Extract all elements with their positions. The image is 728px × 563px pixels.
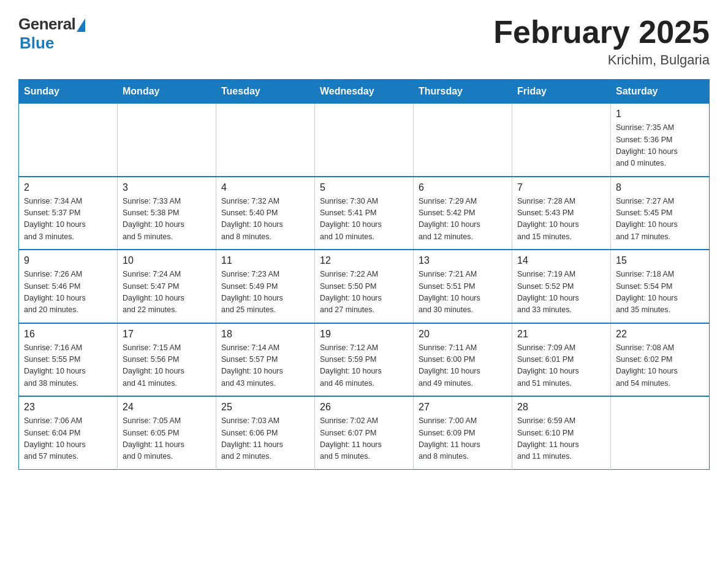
weekday-header-friday: Friday (512, 80, 611, 104)
weekday-header-sunday: Sunday (19, 80, 118, 104)
day-number: 14 (517, 255, 605, 266)
calendar-cell: 18Sunrise: 7:14 AMSunset: 5:57 PMDayligh… (216, 323, 315, 397)
day-number: 22 (616, 329, 704, 340)
calendar-cell: 11Sunrise: 7:23 AMSunset: 5:49 PMDayligh… (216, 250, 315, 323)
day-number: 8 (616, 182, 704, 193)
calendar-week-3: 9Sunrise: 7:26 AMSunset: 5:46 PMDaylight… (19, 250, 710, 323)
calendar-cell: 8Sunrise: 7:27 AMSunset: 5:45 PMDaylight… (611, 177, 710, 250)
day-number: 12 (320, 255, 408, 266)
calendar-cell: 14Sunrise: 7:19 AMSunset: 5:52 PMDayligh… (512, 250, 611, 323)
day-number: 20 (419, 329, 507, 340)
day-info: Sunrise: 7:03 AMSunset: 6:06 PMDaylight:… (221, 415, 309, 463)
day-info: Sunrise: 7:24 AMSunset: 5:47 PMDaylight:… (123, 269, 211, 316)
calendar-cell: 28Sunrise: 6:59 AMSunset: 6:10 PMDayligh… (512, 396, 611, 469)
calendar-cell: 9Sunrise: 7:26 AMSunset: 5:46 PMDaylight… (19, 250, 118, 323)
day-info: Sunrise: 7:26 AMSunset: 5:46 PMDaylight:… (24, 269, 112, 316)
calendar-header-row: SundayMondayTuesdayWednesdayThursdayFrid… (19, 80, 710, 104)
calendar-cell: 24Sunrise: 7:05 AMSunset: 6:05 PMDayligh… (118, 396, 216, 469)
day-number: 27 (419, 402, 507, 413)
day-info: Sunrise: 7:16 AMSunset: 5:55 PMDaylight:… (24, 342, 112, 390)
day-info: Sunrise: 7:30 AMSunset: 5:41 PMDaylight:… (320, 196, 408, 243)
calendar-cell: 26Sunrise: 7:02 AMSunset: 6:07 PMDayligh… (315, 396, 414, 469)
calendar-cell: 2Sunrise: 7:34 AMSunset: 5:37 PMDaylight… (19, 177, 118, 250)
day-info: Sunrise: 7:29 AMSunset: 5:42 PMDaylight:… (419, 196, 507, 243)
day-number: 5 (320, 182, 408, 193)
logo: General Blue (18, 15, 85, 53)
calendar-cell: 19Sunrise: 7:12 AMSunset: 5:59 PMDayligh… (315, 323, 414, 397)
day-number: 1 (616, 109, 704, 120)
weekday-header-thursday: Thursday (414, 80, 512, 104)
calendar-cell: 6Sunrise: 7:29 AMSunset: 5:42 PMDaylight… (414, 177, 512, 250)
calendar-cell (216, 104, 315, 177)
day-number: 15 (616, 255, 704, 266)
calendar-cell: 12Sunrise: 7:22 AMSunset: 5:50 PMDayligh… (315, 250, 414, 323)
location: Krichim, Bulgaria (493, 52, 710, 68)
calendar-cell: 13Sunrise: 7:21 AMSunset: 5:51 PMDayligh… (414, 250, 512, 323)
calendar-cell: 21Sunrise: 7:09 AMSunset: 6:01 PMDayligh… (512, 323, 611, 397)
day-number: 6 (419, 182, 507, 193)
day-number: 24 (123, 402, 211, 413)
calendar-cell: 3Sunrise: 7:33 AMSunset: 5:38 PMDaylight… (118, 177, 216, 250)
day-number: 16 (24, 329, 112, 340)
day-number: 7 (517, 182, 605, 193)
page-header: General Blue February 2025 Krichim, Bulg… (18, 15, 710, 68)
calendar-table: SundayMondayTuesdayWednesdayThursdayFrid… (18, 79, 710, 470)
calendar-cell (414, 104, 512, 177)
calendar-cell (19, 104, 118, 177)
logo-triangle-icon (77, 18, 85, 32)
calendar-cell: 27Sunrise: 7:00 AMSunset: 6:09 PMDayligh… (414, 396, 512, 469)
calendar-week-5: 23Sunrise: 7:06 AMSunset: 6:04 PMDayligh… (19, 396, 710, 469)
title-block: February 2025 Krichim, Bulgaria (493, 15, 710, 68)
calendar-cell: 23Sunrise: 7:06 AMSunset: 6:04 PMDayligh… (19, 396, 118, 469)
day-info: Sunrise: 7:27 AMSunset: 5:45 PMDaylight:… (616, 196, 704, 243)
weekday-header-saturday: Saturday (611, 80, 710, 104)
calendar-cell (512, 104, 611, 177)
month-title: February 2025 (493, 15, 710, 50)
day-info: Sunrise: 7:02 AMSunset: 6:07 PMDaylight:… (320, 415, 408, 463)
calendar-cell: 10Sunrise: 7:24 AMSunset: 5:47 PMDayligh… (118, 250, 216, 323)
calendar-cell (118, 104, 216, 177)
day-number: 17 (123, 329, 211, 340)
day-info: Sunrise: 7:00 AMSunset: 6:09 PMDaylight:… (419, 415, 507, 463)
calendar-cell: 4Sunrise: 7:32 AMSunset: 5:40 PMDaylight… (216, 177, 315, 250)
weekday-header-monday: Monday (118, 80, 216, 104)
day-info: Sunrise: 7:22 AMSunset: 5:50 PMDaylight:… (320, 269, 408, 316)
calendar-cell (315, 104, 414, 177)
calendar-cell: 20Sunrise: 7:11 AMSunset: 6:00 PMDayligh… (414, 323, 512, 397)
day-info: Sunrise: 7:19 AMSunset: 5:52 PMDaylight:… (517, 269, 605, 316)
day-number: 3 (123, 182, 211, 193)
day-number: 9 (24, 255, 112, 266)
weekday-header-wednesday: Wednesday (315, 80, 414, 104)
day-number: 13 (419, 255, 507, 266)
calendar-cell: 1Sunrise: 7:35 AMSunset: 5:36 PMDaylight… (611, 104, 710, 177)
day-number: 11 (221, 255, 309, 266)
day-info: Sunrise: 7:35 AMSunset: 5:36 PMDaylight:… (616, 122, 704, 170)
day-number: 21 (517, 329, 605, 340)
day-info: Sunrise: 7:21 AMSunset: 5:51 PMDaylight:… (419, 269, 507, 316)
day-info: Sunrise: 7:08 AMSunset: 6:02 PMDaylight:… (616, 342, 704, 390)
logo-blue-text: Blue (20, 34, 54, 53)
day-number: 18 (221, 329, 309, 340)
calendar-cell: 25Sunrise: 7:03 AMSunset: 6:06 PMDayligh… (216, 396, 315, 469)
calendar-cell (611, 396, 710, 469)
calendar-week-2: 2Sunrise: 7:34 AMSunset: 5:37 PMDaylight… (19, 177, 710, 250)
calendar-cell: 22Sunrise: 7:08 AMSunset: 6:02 PMDayligh… (611, 323, 710, 397)
calendar-cell: 5Sunrise: 7:30 AMSunset: 5:41 PMDaylight… (315, 177, 414, 250)
weekday-header-tuesday: Tuesday (216, 80, 315, 104)
day-number: 4 (221, 182, 309, 193)
day-number: 23 (24, 402, 112, 413)
day-info: Sunrise: 7:33 AMSunset: 5:38 PMDaylight:… (123, 196, 211, 243)
day-info: Sunrise: 7:28 AMSunset: 5:43 PMDaylight:… (517, 196, 605, 243)
day-info: Sunrise: 7:11 AMSunset: 6:00 PMDaylight:… (419, 342, 507, 390)
day-info: Sunrise: 7:18 AMSunset: 5:54 PMDaylight:… (616, 269, 704, 316)
day-info: Sunrise: 7:34 AMSunset: 5:37 PMDaylight:… (24, 196, 112, 243)
calendar-cell: 17Sunrise: 7:15 AMSunset: 5:56 PMDayligh… (118, 323, 216, 397)
day-info: Sunrise: 7:23 AMSunset: 5:49 PMDaylight:… (221, 269, 309, 316)
day-number: 19 (320, 329, 408, 340)
day-info: Sunrise: 7:06 AMSunset: 6:04 PMDaylight:… (24, 415, 112, 463)
calendar-cell: 16Sunrise: 7:16 AMSunset: 5:55 PMDayligh… (19, 323, 118, 397)
calendar-cell: 7Sunrise: 7:28 AMSunset: 5:43 PMDaylight… (512, 177, 611, 250)
day-number: 2 (24, 182, 112, 193)
day-number: 28 (517, 402, 605, 413)
calendar-cell: 15Sunrise: 7:18 AMSunset: 5:54 PMDayligh… (611, 250, 710, 323)
